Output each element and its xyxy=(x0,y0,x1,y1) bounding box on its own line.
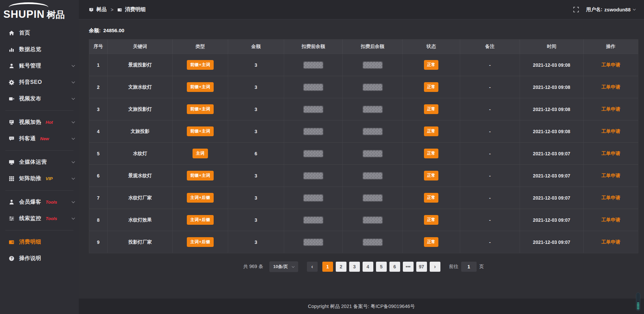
cell-action: 工单申请 xyxy=(584,98,638,120)
status-badge: 正常 xyxy=(424,237,438,247)
sidebar-item[interactable]: 全媒体运营 xyxy=(0,154,79,170)
logo-text-cn: 树品 xyxy=(47,10,65,19)
page-button[interactable]: ••• xyxy=(403,262,414,272)
cell-amount: 3 xyxy=(228,54,284,76)
cell-index: 4 xyxy=(89,120,108,142)
sidebar-item[interactable]: 视频加热 Hot xyxy=(0,114,79,130)
redacted-balance-after xyxy=(363,62,382,68)
total-count: 共 969 条 xyxy=(243,264,263,270)
chevron-down-icon xyxy=(72,120,75,123)
breadcrumb-separator: > xyxy=(111,7,113,12)
work-order-link[interactable]: 工单申请 xyxy=(601,106,620,112)
work-order-link[interactable]: 工单申请 xyxy=(601,84,620,90)
table-row: 2 文旅水纹灯 前缀+主词 3 xyxy=(89,76,638,98)
page-size-select[interactable]: 10条/页 xyxy=(269,261,298,272)
cell-remark: - xyxy=(460,54,520,76)
sidebar-item-label: 视频发布 xyxy=(19,95,41,102)
sidebar-item[interactable]: 消费明细 xyxy=(0,234,79,250)
sidebar-item[interactable]: 视频发布 xyxy=(0,91,79,107)
work-order-link[interactable]: 工单申请 xyxy=(601,151,620,157)
sidebar-item-label: 全媒体运营 xyxy=(19,159,47,166)
chart-icon xyxy=(8,47,15,53)
sidebar-item-tag: New xyxy=(40,136,49,141)
sidebar-item[interactable]: 矩阵助推 VIP xyxy=(0,170,79,187)
cell-amount: 3 xyxy=(228,231,284,253)
work-order-link[interactable]: 工单申请 xyxy=(601,217,620,223)
cell-balance-after xyxy=(343,231,402,253)
cell-action: 工单申请 xyxy=(584,187,638,209)
work-order-link[interactable]: 工单申请 xyxy=(601,239,620,245)
breadcrumb-label: 树品 xyxy=(96,6,107,13)
topbar: 树品 > 消费明细 用户名: zswodun88 xyxy=(79,0,644,19)
page-button[interactable]: 1 xyxy=(322,262,333,272)
sliders-icon xyxy=(8,216,15,222)
column-header: 金额 xyxy=(228,40,284,54)
work-order-link[interactable]: 工单申请 xyxy=(601,173,620,179)
next-page-button[interactable]: › xyxy=(430,262,440,272)
cell-action: 工单申请 xyxy=(584,76,638,98)
cell-status: 正常 xyxy=(402,231,460,253)
sidebar-item[interactable]: 抖客通 New xyxy=(0,130,79,147)
cell-balance-after xyxy=(343,76,402,98)
table-row: 7 水纹灯厂家 主词+后缀 3 xyxy=(89,187,638,209)
work-order-link[interactable]: 工单申请 xyxy=(601,62,620,68)
cell-action: 工单申请 xyxy=(584,143,638,164)
work-order-link[interactable]: 工单申请 xyxy=(601,195,620,201)
sidebar-item-label: 数据总览 xyxy=(19,46,41,53)
cell-balance-before xyxy=(284,120,343,142)
sidebar-item[interactable]: ? 操作说明 xyxy=(0,250,79,267)
page-button[interactable]: 97 xyxy=(416,262,427,272)
caret-down-icon xyxy=(291,265,294,267)
widget-stripes-icon xyxy=(637,303,639,310)
page-button[interactable]: 4 xyxy=(363,262,373,272)
user-menu[interactable]: 用户名: zswodun88 xyxy=(586,6,636,13)
sidebar-item[interactable]: 线索监控 Tools xyxy=(0,210,79,227)
type-badge: 前缀+主词 xyxy=(187,171,214,180)
page-button[interactable]: 2 xyxy=(336,262,346,272)
cell-balance-after xyxy=(343,209,402,231)
cell-time: 2021-12-03 09:07 xyxy=(520,143,584,164)
cell-amount: 3 xyxy=(228,187,284,209)
sidebar-item[interactable]: 抖音SEO xyxy=(0,74,79,91)
fullscreen-icon[interactable] xyxy=(573,7,579,12)
sidebar-item[interactable]: 首页 xyxy=(0,25,79,41)
column-header: 扣费前余额 xyxy=(284,40,343,54)
redacted-balance-before xyxy=(304,84,323,91)
type-badge: 主词+后缀 xyxy=(187,237,214,247)
username-label: 用户名: xyxy=(586,6,602,13)
chevron-down-icon xyxy=(72,216,75,220)
cell-status: 正常 xyxy=(402,54,460,76)
sidebar-item-label: 会员爆客 xyxy=(19,199,41,206)
page-button[interactable]: 3 xyxy=(349,262,360,272)
balance-value: 24856.00 xyxy=(103,28,124,33)
cell-keyword: 文旅投影 xyxy=(108,120,173,142)
chevron-down-icon xyxy=(72,97,75,100)
page-button[interactable]: 6 xyxy=(389,262,400,272)
prev-page-button[interactable]: ‹ xyxy=(307,262,318,272)
sidebar-item[interactable]: 数据总览 xyxy=(0,41,79,58)
goto-page-input[interactable] xyxy=(461,262,477,272)
cell-time: 2021-12-03 09:08 xyxy=(520,120,584,142)
sidebar-item[interactable]: 会员爆客 Tools xyxy=(0,194,79,210)
redacted-balance-after xyxy=(363,217,382,223)
breadcrumb-item-current[interactable]: 消费明细 xyxy=(117,6,146,13)
floating-widget[interactable] xyxy=(636,293,640,311)
cell-type: 主词 xyxy=(173,143,228,164)
redacted-balance-after xyxy=(363,195,382,201)
sidebar-divider xyxy=(5,230,73,230)
type-badge: 主词+后缀 xyxy=(187,215,214,225)
page-button[interactable]: 5 xyxy=(376,262,387,272)
sidebar-item[interactable]: 账号管理 xyxy=(0,58,79,74)
column-header: 备注 xyxy=(460,40,520,54)
cell-type: 前缀+主词 xyxy=(173,76,228,98)
sidebar-item-label: 操作说明 xyxy=(19,255,41,262)
wallet-icon xyxy=(8,239,15,245)
chevron-down-icon xyxy=(72,64,75,67)
sidebar-item-label: 账号管理 xyxy=(19,62,41,69)
breadcrumb-item-home[interactable]: 树品 xyxy=(89,6,107,13)
cell-balance-after xyxy=(343,54,402,76)
work-order-link[interactable]: 工单申请 xyxy=(601,128,620,135)
cell-action: 工单申请 xyxy=(584,120,638,142)
footer: Copyright 树品 2021 备案号: 粤ICP备09019646号 xyxy=(79,299,644,314)
redacted-balance-after xyxy=(363,84,382,91)
